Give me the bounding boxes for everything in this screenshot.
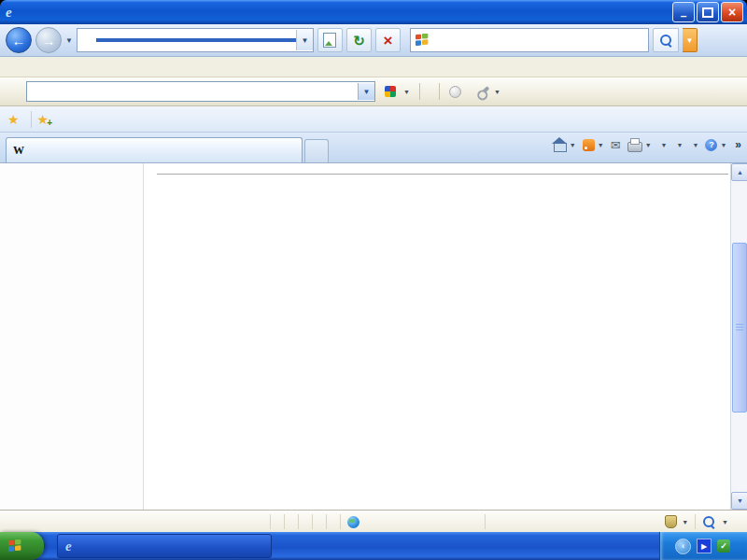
favorites-bar: ★ ★: [0, 106, 747, 133]
browser-window: e – × ← → ▼ ▼ ↻ × ▼: [0, 0, 747, 560]
refresh-icon: ↻: [353, 34, 365, 48]
live-search-box[interactable]: [410, 28, 649, 52]
compatibility-icon: [323, 33, 336, 48]
forward-button[interactable]: →: [35, 27, 62, 53]
page-menu-button[interactable]: ▼: [658, 142, 668, 148]
magnifier-icon: [660, 35, 671, 46]
tools-menu-button[interactable]: ▼: [689, 142, 698, 148]
rss-icon: [583, 139, 595, 151]
zoom-control[interactable]: ▼: [696, 516, 736, 527]
wrench-icon: [478, 86, 489, 97]
status-bar: ▼ ▼: [0, 511, 747, 532]
stop-button[interactable]: ×: [375, 28, 401, 52]
security-menu-button[interactable]: ▼: [674, 142, 684, 148]
page-title: [157, 171, 728, 175]
google-icon: [385, 86, 396, 97]
printer-icon: [627, 142, 642, 152]
internet-globe-icon: [347, 516, 359, 528]
protected-mode-button[interactable]: ▼: [658, 514, 696, 529]
start-button[interactable]: [0, 532, 44, 560]
maximize-button[interactable]: [697, 2, 719, 22]
search-button[interactable]: [653, 28, 679, 52]
home-icon: [554, 143, 567, 152]
compatibility-view-button[interactable]: [317, 28, 343, 52]
address-dropdown-icon[interactable]: ▼: [296, 30, 313, 50]
minimize-button[interactable]: –: [672, 2, 695, 22]
scroll-down-icon[interactable]: ▼: [731, 492, 747, 510]
security-zone: [341, 514, 486, 529]
google-search-dropdown-icon[interactable]: ▼: [358, 83, 374, 100]
ie-icon: e: [65, 539, 72, 553]
add-favorite-icon[interactable]: ★: [37, 113, 49, 126]
page-viewport: ▲ ▼: [0, 163, 747, 511]
search-input[interactable]: [433, 34, 643, 47]
search-options-dropdown-icon[interactable]: ▼: [683, 28, 698, 52]
refresh-button[interactable]: ↻: [346, 28, 372, 52]
address-input[interactable]: [96, 38, 296, 42]
zoom-lens-icon: [703, 516, 714, 527]
google-toolbar: ▼ ▼ ▼: [0, 77, 747, 106]
command-bar: ▼ ▼ ✉ ▼ ▼ ▼ ▼ ?▼ »: [554, 130, 741, 162]
title-bar: e – ×: [0, 0, 747, 24]
favorites-star-icon[interactable]: ★: [7, 113, 20, 126]
shield-icon: [665, 515, 677, 528]
wikipedia-favicon: W: [13, 144, 24, 158]
help-button[interactable]: ?▼: [705, 139, 726, 151]
google-search-button[interactable]: ▼: [381, 86, 414, 97]
taskbar: e ‹ ▶ ✓: [0, 532, 747, 560]
google-signin-button[interactable]: [445, 86, 469, 98]
windows-logo-icon: [8, 539, 21, 553]
history-dropdown-icon[interactable]: ▼: [65, 36, 73, 45]
tab-bar: W ▼ ▼ ✉ ▼ ▼ ▼ ▼ ?▼ »: [0, 133, 747, 163]
scroll-up-icon[interactable]: ▲: [731, 163, 747, 181]
signin-bullet-icon: [449, 86, 461, 98]
overflow-chevron-icon[interactable]: »: [735, 138, 741, 151]
taskbar-task-button[interactable]: e: [57, 534, 272, 558]
wiki-sidebar: [0, 163, 144, 510]
vertical-scrollbar[interactable]: ▲ ▼: [730, 163, 747, 510]
scrollbar-thumb[interactable]: [732, 243, 747, 413]
mail-icon: ✉: [611, 139, 621, 151]
navigation-bar: ← → ▼ ▼ ↻ × ▼: [0, 24, 747, 57]
windows-flag-icon: [416, 34, 429, 47]
system-tray: ‹ ▶ ✓: [659, 532, 747, 560]
stop-icon: ×: [383, 33, 392, 49]
close-button[interactable]: ×: [721, 2, 743, 22]
tab-active[interactable]: W: [6, 137, 303, 162]
google-settings-button[interactable]: ▼: [474, 89, 504, 95]
print-button[interactable]: ▼: [627, 138, 652, 152]
home-button[interactable]: ▼: [554, 138, 576, 152]
mail-button[interactable]: ✉: [611, 139, 621, 151]
google-search-input[interactable]: ▼: [26, 81, 375, 102]
menu-bar: [0, 57, 747, 77]
media-tray-icon[interactable]: ▶: [697, 539, 712, 553]
help-icon: ?: [705, 139, 717, 151]
hide-icons-chevron[interactable]: ‹: [675, 539, 691, 554]
tab-new-stub[interactable]: [304, 139, 329, 162]
address-bar[interactable]: ▼: [77, 28, 314, 52]
update-tray-icon[interactable]: ✓: [717, 539, 730, 553]
feeds-button[interactable]: ▼: [583, 139, 604, 151]
back-button[interactable]: ←: [6, 27, 32, 53]
article-area: [144, 163, 747, 510]
ie-logo-icon: e: [6, 6, 12, 20]
